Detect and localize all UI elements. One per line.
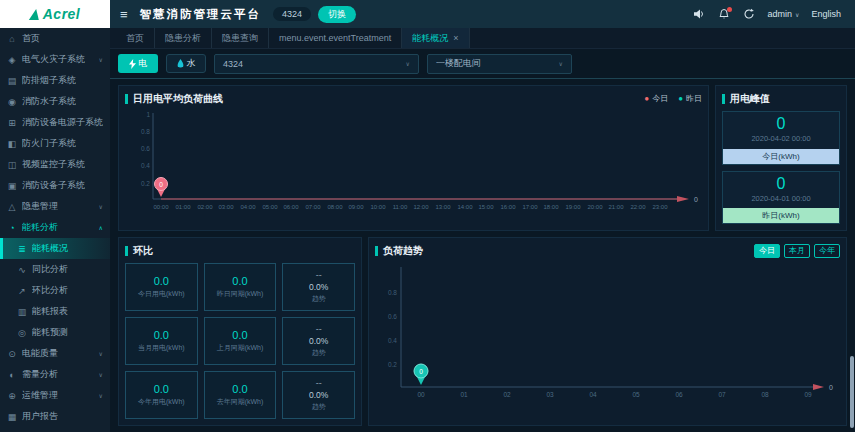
range-month-button[interactable]: 本月 [784, 244, 810, 258]
project-select[interactable]: 4324 ∨ [214, 54, 419, 74]
svg-text:13:00: 13:00 [435, 204, 451, 210]
language-switch[interactable]: English [811, 9, 841, 19]
fire-door-icon: ◧ [7, 139, 17, 149]
trend-marker-pin: 0 [414, 364, 428, 385]
home-icon: ⌂ [7, 34, 17, 44]
sidebar-item-fire-door[interactable]: ◧ 防火门子系统 [0, 133, 110, 154]
svg-text:03:00: 03:00 [218, 204, 234, 210]
power-quality-icon: ⊙ [7, 349, 17, 359]
close-icon[interactable]: × [453, 33, 458, 43]
sidebar-item-fire-water[interactable]: ◉ 消防水子系统 [0, 91, 110, 112]
range-year-button[interactable]: 今年 [814, 244, 840, 258]
tab-hazard-analysis[interactable]: 隐患分析 [155, 28, 212, 48]
chevron-down-icon: ∨ [99, 350, 103, 357]
svg-text:20:00: 20:00 [587, 204, 603, 210]
chevron-down-icon: ∨ [99, 203, 103, 210]
mom-analysis-icon: ↗ [17, 286, 27, 296]
sidebar-item-smoke-control[interactable]: ▤ 防排烟子系统 [0, 70, 110, 91]
device-power-icon: ⊞ [7, 118, 17, 128]
chart-legend: ● 今日 ● 昨日 [644, 93, 702, 104]
svg-text:0.6: 0.6 [141, 145, 150, 152]
svg-text:08:00: 08:00 [327, 204, 343, 210]
legend-today[interactable]: ● 今日 [644, 93, 668, 104]
fire-device-icon: ▣ [7, 181, 17, 191]
sidebar-item-home[interactable]: ⌂ 首页 [0, 28, 110, 49]
fire-water-icon: ◉ [7, 97, 17, 107]
peak-bar-today: 今日(kWh) [723, 149, 839, 164]
sidebar-item-demand-analysis[interactable]: ◐ 需量分析 ∨ [0, 364, 110, 385]
electric-toggle-button[interactable]: 电 [118, 54, 158, 73]
svg-text:00: 00 [417, 391, 425, 398]
peak-bar-yesterday: 昨日(kWh) [723, 208, 839, 223]
refresh-icon[interactable] [743, 8, 756, 21]
sidebar-item-user-report[interactable]: ▦ 用户报告 [0, 406, 110, 427]
svg-text:05: 05 [632, 391, 640, 398]
sidebar-item-fire-device[interactable]: ▣ 消防设备子系统 [0, 175, 110, 196]
lightning-icon [129, 59, 136, 69]
username: admin [768, 9, 793, 19]
tab-hazard-query[interactable]: 隐患查询 [212, 28, 269, 48]
switch-project-button[interactable]: 切换 [318, 6, 356, 23]
sidebar-item-yoy-analysis[interactable]: ∿ 同比分析 [0, 259, 110, 280]
chevron-down-icon: ∨ [99, 56, 103, 63]
notification-bell-icon[interactable] [718, 8, 731, 21]
sidebar-item-energy-analysis[interactable]: ◔ 能耗分析 ∧ [0, 217, 110, 238]
svg-text:0.4: 0.4 [388, 337, 397, 344]
daily-load-curve-title: 日用电平均负荷曲线 [133, 92, 223, 106]
svg-text:07:00: 07:00 [305, 204, 321, 210]
tab-home[interactable]: 首页 [116, 28, 155, 48]
demand-analysis-icon: ◐ [7, 370, 17, 380]
range-today-button[interactable]: 今日 [754, 244, 780, 258]
peak-usage-title: 用电峰值 [730, 92, 770, 106]
vertical-scrollbar-thumb[interactable] [850, 356, 854, 428]
svg-text:01: 01 [460, 391, 468, 398]
sidebar-item-power-quality[interactable]: ⊙ 电能质量 ∨ [0, 343, 110, 364]
sidebar-item-energy-overview[interactable]: ≣ 能耗概况 [0, 238, 110, 259]
sidebar-item-ops-mgmt[interactable]: ⊕ 运维管理 ∨ [0, 385, 110, 406]
svg-text:15:00: 15:00 [478, 204, 494, 210]
svg-text:02: 02 [503, 391, 511, 398]
legend-yesterday[interactable]: ● 昨日 [678, 93, 702, 104]
sidebar-item-hazard-mgmt[interactable]: △ 隐患管理 ∨ [0, 196, 110, 217]
svg-text:05:00: 05:00 [262, 204, 278, 210]
peak-time-today: 2020-04-02 00:00 [723, 134, 839, 143]
legend-dot-icon: ● [678, 95, 683, 103]
peak-value-today: 0 [723, 115, 839, 133]
sidebar-item-video-monitor[interactable]: ◫ 视频监控子系统 [0, 154, 110, 175]
sidebar-item-energy-forecast[interactable]: ◎ 能耗预测 [0, 322, 110, 343]
ratio-panel: 环比 0.0 今日用电(kWh) 0.0 昨日同期(kWh) -- 0.0% 趋… [118, 237, 362, 426]
sidebar-item-energy-report[interactable]: ▥ 能耗报表 [0, 301, 110, 322]
tab-event-treatment[interactable]: menu.event.eventTreatment [269, 28, 402, 48]
chevron-down-icon: ∨ [99, 392, 103, 399]
svg-text:0.2: 0.2 [388, 361, 397, 368]
acrel-logo: Acrel [0, 0, 110, 28]
peak-card-today: 0 2020-04-02 00:00 今日(kWh) [722, 111, 840, 165]
svg-text:01:00: 01:00 [175, 204, 191, 210]
svg-text:0.6: 0.6 [388, 313, 397, 320]
daily-load-chart: 0 0.2 0.4 0.6 0.8 1 00:00 01:00 02:00 03… [125, 107, 702, 221]
sidebar-item-device-power[interactable]: ⊞ 消防设备电源子系统 [0, 112, 110, 133]
tab-bar: 首页 隐患分析 隐患查询 menu.event.eventTreatment 能… [110, 28, 855, 49]
volume-icon[interactable] [693, 8, 706, 21]
acrel-logo-icon [29, 9, 41, 20]
svg-text:0.4: 0.4 [141, 162, 150, 169]
room-select[interactable]: 一楼配电间 ∨ [427, 54, 572, 74]
collapse-menu-icon[interactable]: ≡ [120, 7, 128, 22]
svg-text:11:00: 11:00 [393, 204, 408, 210]
smoke-control-icon: ▤ [7, 76, 17, 86]
notification-dot [727, 7, 732, 12]
tab-energy-overview[interactable]: 能耗概况 × [402, 28, 469, 48]
chevron-down-icon: ∨ [559, 60, 563, 67]
user-menu[interactable]: admin ∨ [768, 9, 800, 19]
sidebar-item-electric-fire[interactable]: ◈ 电气火灾子系统 ∨ [0, 49, 110, 70]
water-toggle-button[interactable]: 水 [166, 54, 206, 73]
title-accent-bar [125, 246, 128, 256]
svg-text:22:00: 22:00 [630, 204, 646, 210]
energy-forecast-icon: ◎ [17, 328, 27, 338]
legend-dot-icon: ● [644, 95, 649, 103]
sidebar-item-mom-analysis[interactable]: ↗ 环比分析 [0, 280, 110, 301]
chevron-up-icon: ∧ [99, 224, 103, 231]
svg-text:0: 0 [694, 196, 698, 203]
main-area: 首页 隐患分析 隐患查询 menu.event.eventTreatment 能… [110, 28, 855, 432]
water-drop-icon [177, 59, 184, 69]
